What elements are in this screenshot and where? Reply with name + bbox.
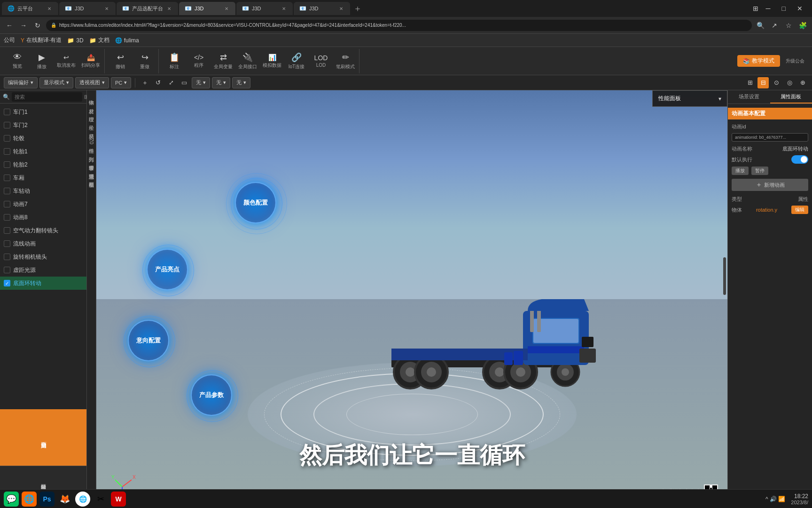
hotspot-product-highlight[interactable]: 产品亮点 bbox=[147, 249, 188, 290]
vert-tab-material[interactable]: 材质 bbox=[87, 101, 96, 108]
extension-icon[interactable]: 🧩 bbox=[797, 20, 808, 31]
filter2-dropdown[interactable]: 无▾ bbox=[212, 77, 230, 88]
checkbox-door2[interactable] bbox=[4, 122, 10, 128]
checkbox-flow-anim[interactable] bbox=[4, 240, 10, 247]
add-object-button[interactable]: ＋ bbox=[139, 77, 150, 88]
checkbox-hub[interactable] bbox=[4, 135, 10, 142]
checkbox-rotate-cam[interactable] bbox=[4, 254, 10, 260]
tab-property-panel[interactable]: 属性面板 bbox=[770, 90, 812, 103]
annotation-button[interactable]: 📋 标注 bbox=[163, 49, 186, 73]
scale-button[interactable]: ⤢ bbox=[165, 77, 177, 88]
lod-button[interactable]: LOD LOD bbox=[309, 49, 333, 73]
vert-tab-messages[interactable]: 消息管理 bbox=[87, 166, 96, 174]
refresh-button[interactable]: ↻ bbox=[32, 20, 43, 31]
checkbox-cabin[interactable] bbox=[4, 175, 10, 181]
close-button[interactable]: ✕ bbox=[793, 4, 806, 13]
code-button[interactable]: </> 程序 bbox=[187, 49, 211, 73]
bookmark-translator[interactable]: Y 在线翻译·有道 bbox=[21, 36, 62, 44]
bookmark-fulima[interactable]: 🌐 fulima bbox=[115, 37, 139, 44]
rect-select-button[interactable]: ▭ bbox=[179, 77, 190, 88]
view-icon-5[interactable]: ⊕ bbox=[797, 77, 808, 88]
back-button[interactable]: ← bbox=[4, 20, 15, 31]
forward-button[interactable]: → bbox=[18, 20, 29, 31]
tutorial-mode-button[interactable]: 📚 教学模式 bbox=[737, 55, 780, 67]
sim-data-button[interactable]: 📊 模拟数据 bbox=[260, 49, 284, 73]
tab-j3d-active[interactable]: 📧 J3D ✕ bbox=[179, 2, 235, 15]
rotate-button[interactable]: ↺ bbox=[152, 77, 164, 88]
bookmark-icon[interactable]: ☆ bbox=[783, 20, 794, 31]
device-dropdown[interactable]: PC ▾ bbox=[111, 77, 131, 88]
checkbox-anim8[interactable] bbox=[4, 214, 10, 221]
sidebar-item-tire2[interactable]: 轮胎2 bbox=[0, 158, 86, 171]
sidebar-item-aerodynamic[interactable]: 空气动力翻转镜头 bbox=[0, 224, 86, 237]
tab-j3d-5[interactable]: 📧 J3D ✕ bbox=[236, 2, 293, 15]
bookmark-company[interactable]: 公司 bbox=[4, 36, 15, 44]
vert-tab-body[interactable]: 物体 bbox=[87, 92, 96, 100]
sidebar-item-floor-rotate[interactable]: ✓ 底面环转动 bbox=[0, 277, 86, 290]
taskbar-video-edit[interactable]: ✂ bbox=[93, 492, 108, 507]
vert-tab-texture[interactable]: 纹理 bbox=[87, 109, 96, 117]
sidebar-item-cabin[interactable]: 车厢 bbox=[0, 171, 86, 184]
global-api-button[interactable]: 🔌 全局接口 bbox=[236, 49, 259, 73]
tab-product-platform[interactable]: 📧 产品选配平台 ✕ bbox=[117, 2, 178, 15]
sidebar-item-door1[interactable]: 车门1 bbox=[0, 105, 86, 119]
custom-animation-panel[interactable]: 自定义动画 bbox=[0, 409, 86, 466]
vert-tab-sprite[interactable]: 精灵 bbox=[87, 126, 96, 134]
bookmark-docs[interactable]: 📁 文档 bbox=[89, 36, 109, 44]
perf-panel-chevron[interactable]: ▾ bbox=[718, 95, 721, 102]
hotspot-color-config[interactable]: 颜色配置 bbox=[235, 182, 276, 223]
sidebar-item-rotate-cam[interactable]: 旋转相机镜头 bbox=[0, 250, 86, 263]
checkbox-floor-rotate[interactable]: ✓ bbox=[4, 280, 10, 286]
taskbar-wechat[interactable]: 💬 bbox=[4, 492, 19, 507]
vert-tab-array[interactable]: 阵列 bbox=[87, 149, 96, 157]
url-field[interactable]: 🔒 https://www.fulima.com/editor/index.ht… bbox=[46, 20, 752, 31]
new-tab-button[interactable]: ＋ bbox=[351, 2, 364, 15]
view-icon-4[interactable]: ◎ bbox=[784, 77, 795, 88]
undo-button[interactable]: ↩ 撤销 bbox=[109, 49, 132, 73]
default-exec-toggle[interactable] bbox=[791, 155, 808, 164]
filter1-dropdown[interactable]: 无▾ bbox=[192, 77, 210, 88]
view-icon-1[interactable]: ⊞ bbox=[744, 77, 756, 88]
view-dropdown[interactable]: 透视视图 ▾ bbox=[75, 77, 109, 88]
sidebar-item-axle[interactable]: 车轱动 bbox=[0, 184, 86, 198]
taskbar-browser1[interactable]: 🌐 bbox=[22, 492, 37, 507]
sidebar-item-tire1[interactable]: 轮胎1 bbox=[0, 145, 86, 158]
sidebar-item-hub[interactable]: 轮毂 bbox=[0, 132, 86, 145]
play-anim-button[interactable]: 播放 bbox=[732, 167, 749, 175]
hotspot-product-params[interactable]: 产品参数 bbox=[191, 374, 232, 416]
taskbar-photoshop[interactable]: Ps bbox=[39, 492, 55, 507]
tab-list-icon[interactable]: ⊞ bbox=[753, 5, 758, 12]
taskbar-wps[interactable]: W bbox=[111, 492, 126, 507]
vert-tab-particles[interactable]: 粒子 bbox=[87, 118, 96, 125]
unpublish-button[interactable]: ↩ 取消发布 bbox=[55, 49, 78, 73]
vert-tab-z0[interactable]: Z0组件 bbox=[87, 135, 96, 148]
viewport-scrollbar[interactable] bbox=[723, 257, 726, 295]
hotspot-intent-config[interactable]: 意向配置 bbox=[128, 320, 169, 361]
tab-close-4[interactable]: ✕ bbox=[223, 5, 230, 12]
vert-tab-events[interactable]: 事件管理 bbox=[87, 158, 96, 165]
view-icon-3[interactable]: ⊙ bbox=[771, 77, 782, 88]
sidebar-search-input[interactable] bbox=[12, 92, 82, 102]
checkbox-axle[interactable] bbox=[4, 188, 10, 194]
tab-close-2[interactable]: ✕ bbox=[103, 5, 110, 12]
tab-close-5[interactable]: ✕ bbox=[281, 5, 287, 12]
checkbox-aerodynamic[interactable] bbox=[4, 227, 10, 234]
maximize-button[interactable]: □ bbox=[778, 4, 789, 13]
filter3-dropdown[interactable]: 无▾ bbox=[232, 77, 250, 88]
3d-viewport[interactable]: 颜色配置 产品亮点 意向配置 产品参数 bbox=[96, 90, 727, 508]
checkbox-spot-light[interactable] bbox=[4, 267, 10, 273]
checkbox-tire2[interactable] bbox=[4, 161, 10, 168]
checkbox-anim7[interactable] bbox=[4, 201, 10, 207]
view-icon-2[interactable]: ⊟ bbox=[757, 77, 769, 88]
iot-connect-button[interactable]: 🔗 IoT连接 bbox=[285, 49, 308, 73]
vert-tab-model-anim[interactable]: 模型动画 bbox=[87, 175, 96, 182]
global-vars-button[interactable]: ⇄ 全局变量 bbox=[211, 49, 235, 73]
sidebar-item-door2[interactable]: 车门2 bbox=[0, 119, 86, 132]
search-icon[interactable]: 🔍 bbox=[755, 20, 766, 31]
minimize-button[interactable]: ─ bbox=[762, 4, 774, 13]
edit-property-button[interactable]: 编辑 bbox=[791, 206, 808, 214]
taskbar-chrome[interactable]: 🌐 bbox=[75, 492, 90, 507]
checkbox-door1[interactable] bbox=[4, 109, 10, 115]
sidebar-item-flow-anim[interactable]: 流线动画 bbox=[0, 237, 86, 250]
upgrade-button[interactable]: 升级公会 bbox=[782, 49, 808, 73]
